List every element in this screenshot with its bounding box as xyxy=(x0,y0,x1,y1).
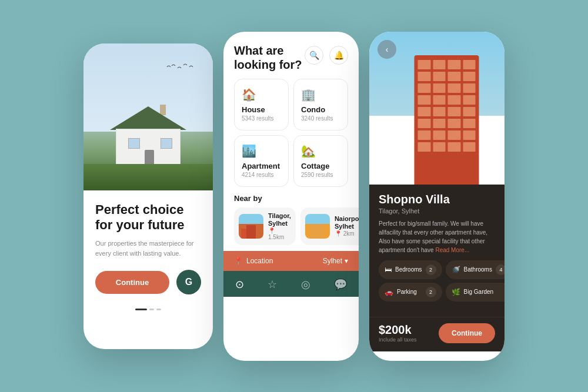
bathrooms-label: Bathrooms xyxy=(464,266,492,273)
apartment-label: Apartment xyxy=(242,162,281,170)
nearby-thumb-1 xyxy=(239,214,263,239)
categories-grid: 🏠 House 5343 results 🏢 Condo 3240 result… xyxy=(223,79,359,194)
villa-info: Shopno Villa Tilagor, Sylhet Perfect for… xyxy=(369,185,505,317)
bedrooms-label: Bedrooms xyxy=(395,266,422,273)
apartment-icon: 🏙️ xyxy=(242,144,281,158)
nearby-section: Near by Tilagor,Sylhet 📍 1.5km xyxy=(223,194,359,251)
nearby-info-1: Tilagor,Sylhet 📍 1.5km xyxy=(268,212,291,240)
nearby-card-1[interactable]: Tilagor,Sylhet 📍 1.5km xyxy=(234,207,296,245)
price-block: $200k Include all taxes xyxy=(379,323,417,343)
nearby-info-2: Naiorpoo,Sylhet 📍 2km xyxy=(335,215,359,237)
house-count: 5343 results xyxy=(242,115,281,122)
page-indicator xyxy=(83,304,213,314)
condo-icon: 🏢 xyxy=(301,88,340,102)
location-bar[interactable]: 📍 Location Sylhet ▾ xyxy=(223,251,359,271)
parking-count: 2 xyxy=(426,287,436,297)
location-pin-icon: 📍 xyxy=(234,257,243,265)
location-text: Location xyxy=(246,257,273,265)
screens-container: Perfect choice for your future Our prope… xyxy=(83,32,505,361)
villa-name: Shopno Villa xyxy=(379,193,495,206)
nav-target-icon[interactable]: ◎ xyxy=(301,278,310,291)
location-city: Sylhet xyxy=(323,257,342,265)
car-icon: 🚗 xyxy=(385,288,393,296)
read-more-link[interactable]: Read More... xyxy=(435,247,469,253)
location-value: Sylhet ▾ xyxy=(323,257,348,265)
garden-icon: 🌿 xyxy=(452,288,460,296)
cottage-icon: 🏡 xyxy=(301,144,340,158)
phone-search: What are looking for? 🔍 🔔 🏠 House 5343 r… xyxy=(223,32,359,361)
category-apartment[interactable]: 🏙️ Apartment 4214 results xyxy=(234,135,289,187)
continue-button-3[interactable]: Continue xyxy=(439,323,495,343)
nav-home-icon[interactable]: ⊙ xyxy=(235,278,244,291)
hero-image xyxy=(83,43,213,190)
price-note: Include all taxes xyxy=(379,337,417,343)
bathrooms-count: 4 xyxy=(496,264,505,275)
location-label: 📍 Location xyxy=(234,257,273,265)
amenity-parking: 🚗 Parking 2 xyxy=(379,283,442,301)
price-amount: $200k xyxy=(379,323,417,337)
chevron-down-icon: ▾ xyxy=(345,257,348,265)
continue-button[interactable]: Continue xyxy=(95,271,169,294)
back-button[interactable]: ‹ xyxy=(377,40,396,59)
category-cottage[interactable]: 🏡 Cottage 2590 results xyxy=(293,135,348,187)
bottom-nav: ⊙ ☆ ◎ 💬 xyxy=(223,271,359,297)
welcome-subtitle: Our properties the masterpiece for every… xyxy=(95,239,201,258)
search-title: What are looking for? xyxy=(234,43,305,72)
bell-icon[interactable]: 🔔 xyxy=(329,46,348,65)
header-icons: 🔍 🔔 xyxy=(305,46,348,65)
search-icon[interactable]: 🔍 xyxy=(305,46,323,65)
villa-footer: $200k Include all taxes Continue xyxy=(369,317,505,351)
amenity-bedrooms: 🛏 Bedrooms 2 xyxy=(379,260,442,279)
nearby-dist-1: 📍 1.5km xyxy=(268,227,291,240)
apartment-count: 4214 results xyxy=(242,172,281,178)
phone-detail: ‹ Shopno Villa Tila xyxy=(369,32,505,361)
phone-welcome: Perfect choice for your future Our prope… xyxy=(83,43,213,349)
house-label: House xyxy=(242,105,281,114)
category-house[interactable]: 🏠 House 5343 results xyxy=(234,79,289,130)
indicator-dot-2 xyxy=(149,309,154,310)
amenity-bathrooms: 🚿 Bathrooms 4 xyxy=(446,260,505,279)
nearby-card-2[interactable]: Naiorpoo,Sylhet 📍 2km xyxy=(300,207,359,245)
amenities-grid: 🛏 Bedrooms 2 🚿 Bathrooms 4 🚗 Parking 2 🌿… xyxy=(379,260,495,301)
house-icon: 🏠 xyxy=(242,88,281,102)
welcome-actions: Continue G xyxy=(95,270,201,294)
nearby-cards: Tilagor,Sylhet 📍 1.5km Naiorpoo,Sylhet xyxy=(234,207,348,245)
indicator-dot-1 xyxy=(135,309,147,310)
nearby-title: Near by xyxy=(234,194,348,203)
garden-label: Big Garden xyxy=(464,289,494,295)
bedrooms-count: 2 xyxy=(426,264,436,275)
condo-count: 3240 results xyxy=(301,115,340,122)
villa-description: Perfect for big/small family. We will ha… xyxy=(379,219,495,254)
building-illustration xyxy=(415,55,479,185)
indicator-dot-3 xyxy=(156,309,161,310)
category-condo[interactable]: 🏢 Condo 3240 results xyxy=(293,79,348,130)
nearby-name-1: Tilagor,Sylhet xyxy=(268,212,291,227)
nearby-thumb-2 xyxy=(305,214,330,239)
villa-hero: ‹ xyxy=(369,32,505,185)
nearby-name-2: Naiorpoo,Sylhet xyxy=(335,215,359,230)
amenity-garden: 🌿 Big Garden xyxy=(446,283,505,301)
search-header: What are looking for? 🔍 🔔 xyxy=(223,32,359,79)
bath-icon: 🚿 xyxy=(452,266,460,274)
cottage-label: Cottage xyxy=(301,162,340,170)
nav-star-icon[interactable]: ☆ xyxy=(268,278,277,291)
nearby-dist-2: 📍 2km xyxy=(335,230,359,237)
villa-location: Tilagor, Sylhet xyxy=(379,207,495,215)
welcome-content: Perfect choice for your future Our prope… xyxy=(83,190,213,304)
nav-chat-icon[interactable]: 💬 xyxy=(334,278,347,291)
parking-label: Parking xyxy=(397,289,417,295)
condo-label: Condo xyxy=(301,105,340,114)
avatar-button[interactable]: G xyxy=(176,270,201,294)
welcome-title: Perfect choice for your future xyxy=(95,202,201,233)
search-screen: What are looking for? 🔍 🔔 🏠 House 5343 r… xyxy=(223,32,359,297)
bed-icon: 🛏 xyxy=(385,266,392,274)
cottage-count: 2590 results xyxy=(301,172,340,178)
house-illustration xyxy=(110,114,186,167)
